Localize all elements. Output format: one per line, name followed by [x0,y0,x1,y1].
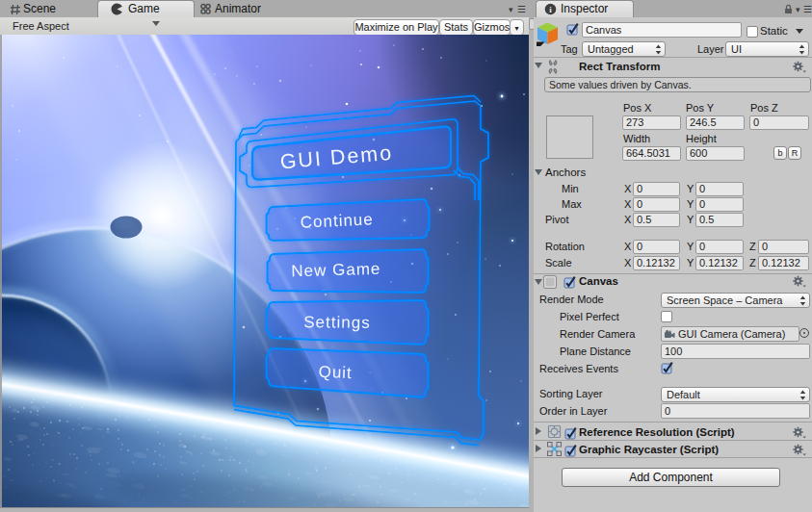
svg-text:Continue: Continue [300,210,374,231]
svg-text:Quit: Quit [318,363,353,382]
svg-text:Settings: Settings [303,313,371,332]
svg-text:New Game: New Game [291,260,381,281]
